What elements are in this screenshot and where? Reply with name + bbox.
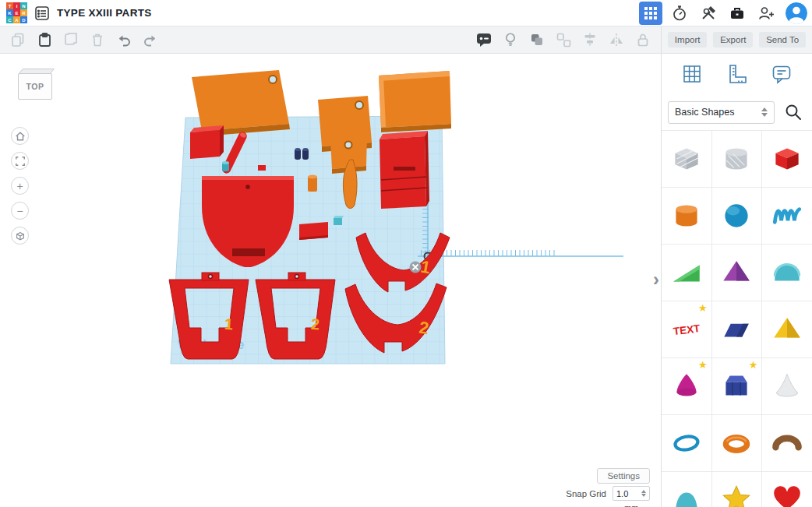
top-bar: T I N K E R C A D TYPE XXIII PARTS [0,0,812,26]
workplane-tool-icon[interactable] [679,61,705,87]
shape-tile-pyramid-soft[interactable] [762,301,812,357]
shape-category-value: Basic Shapes [675,107,734,118]
text-shape-label: TEXT [673,322,701,337]
grid-icon [644,7,657,19]
add-person-icon[interactable] [754,2,778,25]
duplicate-icon[interactable] [61,30,81,50]
fit-view-button[interactable] [11,152,29,170]
logo-letter: N [20,2,27,9]
search-icon [784,103,803,121]
delete-icon[interactable] [87,30,108,50]
document-list-icon[interactable] [34,5,51,22]
view-cube[interactable]: TOP [16,66,55,102]
star-badge-icon: ★ [698,302,708,314]
star-badge-icon: ★ [749,359,758,371]
notes-icon[interactable] [474,30,494,50]
ruler-tool[interactable] [418,180,623,260]
shape-tile-roof[interactable] [762,245,812,301]
shape-tile-torus[interactable] [712,415,762,471]
shape-tile-cylinder-transparent[interactable] [712,131,762,187]
paste-icon[interactable] [34,30,55,50]
panel-collapse-handle[interactable]: › [653,270,659,289]
settings-button[interactable]: Settings [597,468,650,484]
shape-tile-sphere[interactable] [712,188,762,244]
shape-tile-scribble[interactable] [762,188,812,244]
shape-tile-star[interactable] [712,472,762,507]
part-orange-plate-right[interactable] [379,71,451,132]
document-title[interactable]: TYPE XXIII PARTS [57,7,152,19]
view-controls: + − [11,127,29,245]
shape-tile-round-shape[interactable] [662,472,711,507]
panel-header: Import Export Send To [662,26,812,54]
shape-tile-box[interactable] [762,131,812,187]
part-red-bar[interactable] [299,222,328,240]
ruler-tool-icon[interactable] [723,61,750,87]
align-icon[interactable] [580,30,600,50]
logo-letter: K [6,9,13,16]
group-icon[interactable] [527,30,547,50]
logo-letter: E [13,9,20,16]
dashboard-grid-button[interactable] [639,2,662,25]
shape-tile-pyramid[interactable] [712,245,762,301]
zoom-in-button[interactable]: + [11,177,29,195]
shape-tile-cone[interactable] [762,358,812,414]
logo-letter: R [20,9,27,16]
lock-icon[interactable] [633,30,653,50]
notes-tool-icon[interactable] [768,61,795,87]
shape-tile-paraboloid[interactable]: ★ [662,358,711,414]
shape-tile-box-transparent[interactable] [662,131,711,187]
export-button[interactable]: Export [713,32,753,48]
snap-grid-label: Snap Grid [566,489,606,498]
shape-tile-heart[interactable] [762,472,812,507]
part-red-chip[interactable] [258,165,266,171]
mirror-icon[interactable] [606,30,627,50]
lock-badge-icon[interactable] [410,262,422,273]
select-arrows-icon [641,490,646,497]
import-button[interactable]: Import [668,32,708,48]
copy-icon[interactable] [8,30,28,50]
part-teal-cylinder-small[interactable] [222,161,229,171]
shapes-panel: Import Export Send To [661,26,812,507]
part-orange-plate-left[interactable] [192,70,290,136]
home-view-button[interactable] [11,127,29,145]
shape-tile-cylinder[interactable] [662,188,711,244]
scene-canvas[interactable]: Workplane [0,54,661,507]
snap-grid-value: 1.0 [616,489,628,498]
briefcase-icon[interactable] [726,2,749,25]
snap-grid-control: Snap Grid 1.0 mm [566,486,650,501]
logo-letter: D [20,16,27,23]
snap-grid-select[interactable]: 1.0 mm [613,486,650,501]
star-badge-icon: ★ [698,359,708,371]
drag-tools-row [662,54,812,94]
user-avatar[interactable] [786,2,807,24]
lightbulb-icon[interactable] [500,30,521,50]
part-number-label: 2 [310,315,320,333]
logo-letter: I [13,2,20,9]
shape-tile-wedge[interactable] [662,245,711,301]
shape-tile-slab[interactable] [712,301,762,357]
redo-icon[interactable] [140,30,161,50]
shape-tile-text[interactable]: TEXT ★ [662,301,711,357]
shape-tile-torus-thin[interactable] [662,415,711,471]
logo-letter: C [6,16,13,23]
part-orange-cylinder-small[interactable] [308,175,317,192]
shape-tile-hex-prism[interactable]: ★ [712,358,762,414]
tools-icon[interactable] [697,2,720,25]
undo-icon[interactable] [114,30,134,50]
search-shapes-button[interactable] [781,100,806,124]
logo-letter: A [13,16,20,23]
part-red-box-small[interactable] [190,125,224,159]
send-to-button[interactable]: Send To [759,32,806,48]
perspective-toggle-button[interactable] [11,227,29,245]
stopwatch-icon[interactable] [668,2,691,25]
3d-viewport[interactable]: Workplane [0,54,661,507]
part-red-container[interactable] [380,131,429,209]
edit-toolbar [0,26,661,54]
tinkercad-logo-icon[interactable]: T I N K E R C A D [6,2,27,23]
shape-tile-half-torus[interactable] [762,415,812,471]
zoom-out-button[interactable]: − [11,202,29,220]
ungroup-icon[interactable] [553,30,574,50]
shape-category-select[interactable]: Basic Shapes [668,101,775,124]
logo-letter: T [6,2,13,9]
view-cube-label[interactable]: TOP [18,73,52,100]
